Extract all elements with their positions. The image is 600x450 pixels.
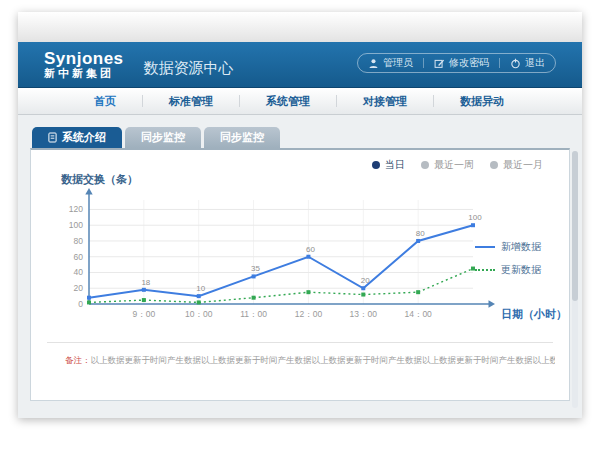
radio-today[interactable]: 当日 — [372, 158, 405, 172]
svg-text:18: 18 — [141, 278, 150, 287]
svg-text:80: 80 — [74, 236, 84, 246]
svg-text:13：00: 13：00 — [350, 309, 378, 319]
nav-item-home[interactable]: 首页 — [68, 94, 142, 109]
brand-logo-text: Synjones — [44, 50, 124, 68]
footnote-prefix: 备注： — [65, 355, 91, 365]
app-title: 数据资源中心 — [144, 59, 234, 78]
page-container: Synjones 新中新集团 数据资源中心 管理员 修改密码 退出 首页 标准管… — [18, 12, 582, 418]
svg-text:100: 100 — [69, 220, 83, 230]
legend-swatch-solid-line — [475, 246, 495, 248]
svg-text:11：00: 11：00 — [240, 309, 267, 319]
current-user[interactable]: 管理员 — [368, 56, 413, 70]
radio-last-week[interactable]: 最近一周 — [421, 158, 474, 172]
svg-text:60: 60 — [306, 245, 315, 254]
svg-text:120: 120 — [69, 204, 83, 214]
nav-item-standard-mgmt[interactable]: 标准管理 — [143, 94, 239, 109]
userbar-separator — [423, 58, 424, 68]
svg-text:20: 20 — [74, 283, 84, 293]
change-password-label: 修改密码 — [449, 56, 489, 70]
tab-label: 同步监控 — [141, 127, 185, 148]
userbar-separator — [499, 58, 500, 68]
legend-swatch-dotted-line — [475, 269, 495, 271]
legend-label: 新增数据 — [501, 240, 541, 254]
tab-sync-monitor-2[interactable]: 同步监控 — [204, 127, 280, 148]
change-password-link[interactable]: 修改密码 — [434, 56, 489, 70]
chart-panel: 当日 最近一周 最近一月 数据交换（条） 0204060801001209：00… — [30, 148, 570, 401]
document-icon — [48, 132, 57, 143]
content-area: 系统介绍 同步监控 同步监控 当日 最近一周 — [18, 115, 582, 418]
svg-text:14：00: 14：00 — [404, 309, 432, 319]
panel-divider — [47, 342, 553, 343]
scrollbar-thumb[interactable] — [572, 151, 578, 301]
legend-label: 更新数据 — [501, 263, 541, 277]
tab-label: 系统介绍 — [62, 127, 106, 148]
tab-bar: 系统介绍 同步监控 同步监控 — [18, 115, 582, 148]
app-header: Synjones 新中新集团 数据资源中心 管理员 修改密码 退出 — [18, 42, 582, 88]
radio-dot — [421, 161, 429, 169]
time-range-filter: 当日 最近一周 最近一月 — [372, 158, 543, 172]
power-icon — [510, 58, 521, 69]
nav-item-data-change[interactable]: 数据异动 — [434, 94, 530, 109]
brand-logo-subtext: 新中新集团 — [44, 68, 124, 80]
nav-item-integration-mgmt[interactable]: 对接管理 — [337, 94, 433, 109]
legend-item-updated-data[interactable]: 更新数据 — [475, 263, 541, 277]
radio-last-month[interactable]: 最近一月 — [490, 158, 543, 172]
current-user-label: 管理员 — [383, 56, 413, 70]
radio-dot — [372, 161, 380, 169]
main-nav: 首页 标准管理 系统管理 对接管理 数据异动 — [18, 88, 582, 115]
nav-item-system-mgmt[interactable]: 系统管理 — [240, 94, 336, 109]
page-top-glow — [18, 12, 582, 42]
chart-legend: 新增数据 更新数据 — [475, 240, 541, 286]
svg-text:12：00: 12：00 — [295, 309, 323, 319]
svg-text:60: 60 — [74, 252, 84, 262]
svg-text:100: 100 — [468, 213, 482, 222]
svg-text:20: 20 — [361, 276, 370, 285]
radio-dot — [490, 161, 498, 169]
legend-item-new-data[interactable]: 新增数据 — [475, 240, 541, 254]
logout-label: 退出 — [525, 56, 545, 70]
brand-logo: Synjones 新中新集团 — [44, 50, 124, 79]
footnote: 备注：以上数据更新于时间产生数据以上数据更新于时间产生数据以上数据更新于时间产生… — [65, 355, 555, 367]
svg-text:日期（小时）: 日期（小时） — [501, 308, 567, 321]
svg-text:35: 35 — [251, 264, 260, 273]
svg-text:10: 10 — [196, 284, 205, 293]
radio-label: 当日 — [385, 158, 405, 172]
radio-label: 最近一周 — [434, 158, 474, 172]
svg-text:0: 0 — [78, 299, 83, 309]
svg-text:9：00: 9：00 — [133, 309, 156, 319]
edit-icon — [434, 58, 445, 69]
tab-system-intro[interactable]: 系统介绍 — [32, 127, 122, 148]
footnote-text: 以上数据更新于时间产生数据以上数据更新于时间产生数据以上数据更新于时间产生数据以… — [91, 355, 556, 365]
scrollbar[interactable] — [572, 151, 578, 408]
svg-text:40: 40 — [74, 267, 84, 277]
user-toolbar: 管理员 修改密码 退出 — [357, 53, 556, 73]
user-icon — [368, 58, 379, 69]
tab-label: 同步监控 — [220, 127, 264, 148]
svg-text:80: 80 — [416, 229, 425, 238]
tab-sync-monitor-1[interactable]: 同步监控 — [125, 127, 201, 148]
chart-y-axis-title: 数据交换（条） — [61, 172, 138, 187]
radio-label: 最近一月 — [503, 158, 543, 172]
logout-link[interactable]: 退出 — [510, 56, 545, 70]
svg-text:10：00: 10：00 — [185, 309, 213, 319]
